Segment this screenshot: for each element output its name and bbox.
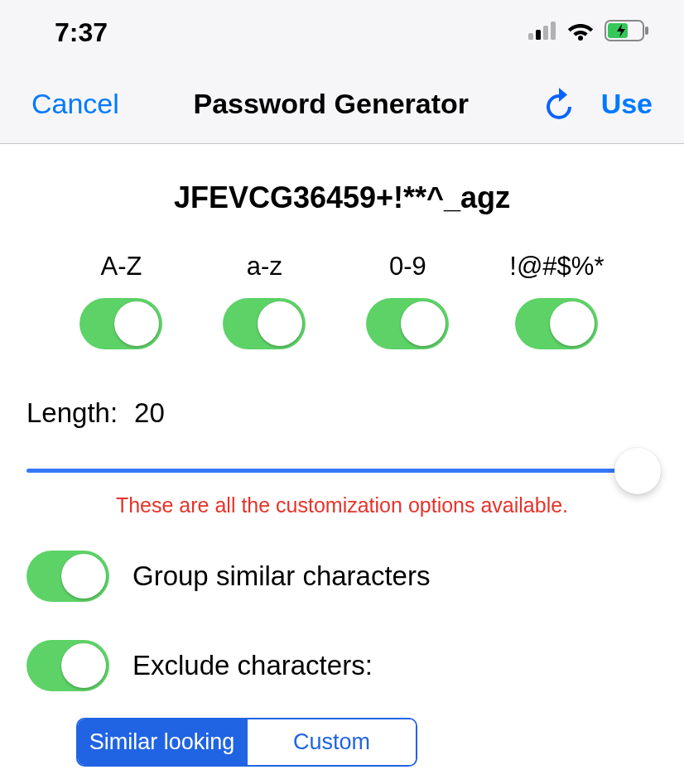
svg-rect-1: [536, 30, 541, 40]
group-similar-label: Group similar characters: [132, 560, 430, 592]
status-bar: 7:37: [0, 0, 684, 65]
charset-label-upper: A-Z: [101, 252, 142, 281]
exclude-characters-toggle[interactable]: [26, 640, 109, 691]
page-title: Password Generator: [119, 88, 543, 120]
charset-toggle-upper[interactable]: [79, 298, 162, 349]
charset-toggle-symbols[interactable]: [515, 298, 598, 349]
use-button[interactable]: Use: [601, 88, 653, 120]
segment-similar-looking[interactable]: Similar looking: [78, 719, 246, 765]
length-label: Length:: [26, 397, 118, 429]
length-row: Length: 20: [26, 366, 658, 445]
charset-label-symbols: !@#$%*: [509, 252, 604, 281]
charset-label-digits: 0-9: [389, 252, 426, 281]
battery-charging-icon: [605, 20, 649, 45]
status-icons: [528, 20, 649, 45]
generated-password: JFEVCG36459+!**^_agz: [26, 144, 658, 252]
cancel-button[interactable]: Cancel: [31, 88, 119, 120]
length-value: 20: [134, 397, 165, 429]
length-slider[interactable]: [0, 445, 684, 495]
charset-toggle-lower[interactable]: [223, 298, 306, 349]
nav-bar: Cancel Password Generator Use: [0, 65, 684, 144]
svg-rect-3: [551, 22, 556, 40]
exclude-mode-segmented[interactable]: Similar looking Custom: [76, 718, 417, 767]
customization-note: These are all the customization options …: [26, 493, 658, 517]
charset-label-lower: a-z: [247, 252, 282, 281]
charset-toggles: A-Z a-z 0-9 !@#$%*: [26, 252, 658, 366]
charset-toggle-digits[interactable]: [366, 298, 449, 349]
status-time: 7:37: [55, 17, 108, 48]
svg-rect-2: [543, 26, 548, 40]
svg-rect-0: [528, 33, 533, 40]
cellular-icon: [528, 22, 556, 43]
segment-custom[interactable]: Custom: [246, 719, 416, 765]
exclude-characters-label: Exclude characters:: [132, 650, 373, 681]
regenerate-button[interactable]: [543, 86, 575, 123]
wifi-icon: [566, 21, 595, 44]
svg-rect-6: [645, 26, 648, 35]
group-similar-toggle[interactable]: [26, 551, 109, 602]
svg-point-4: [578, 36, 583, 41]
